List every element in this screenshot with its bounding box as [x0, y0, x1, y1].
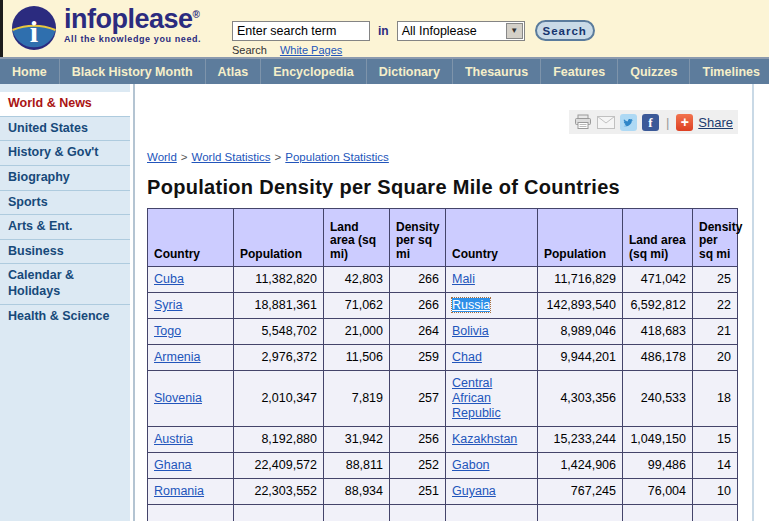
value-cell: 88,934	[324, 479, 390, 505]
value-cell: 471,042	[623, 267, 693, 293]
email-icon[interactable]	[597, 116, 615, 129]
country-cell: Armenia	[148, 345, 234, 371]
value-cell: 4,303,356	[538, 371, 623, 427]
country-link-syria[interactable]: Syria	[154, 298, 182, 312]
country-link-gabon[interactable]: Gabon	[452, 458, 490, 472]
value-cell: 42,803	[324, 267, 390, 293]
country-link-armenia[interactable]: Armenia	[154, 350, 201, 364]
sidebar-item-united-states[interactable]: United States	[0, 117, 130, 142]
country-link-togo[interactable]: Togo	[154, 324, 181, 338]
value-cell: 266	[390, 267, 446, 293]
country-link-chad[interactable]: Chad	[452, 350, 482, 364]
country-link-cuba[interactable]: Cuba	[154, 272, 184, 286]
search-input[interactable]	[232, 21, 370, 41]
table-header-row: CountryPopulationLand area (sq mi)Densit…	[148, 209, 738, 267]
country-cell: Mali	[446, 267, 538, 293]
country-cell: Romania	[148, 479, 234, 505]
value-cell: 15,233,244	[538, 427, 623, 453]
country-cell: Togo	[148, 319, 234, 345]
value-cell: 7,819	[324, 371, 390, 427]
nav-item-black-history-month[interactable]: Black History Month	[60, 59, 206, 84]
country-cell: Gabon	[446, 453, 538, 479]
breadcrumb-link-world[interactable]: World	[147, 151, 177, 163]
value-cell: 486,178	[623, 345, 693, 371]
country-link-ghana[interactable]: Ghana	[154, 458, 192, 472]
right-rail	[752, 84, 769, 521]
country-cell	[446, 505, 538, 521]
country-link-austria[interactable]: Austria	[154, 432, 193, 446]
value-cell: 21,000	[324, 319, 390, 345]
sidebar-item-sports[interactable]: Sports	[0, 191, 130, 216]
value-cell: 8,989,046	[538, 319, 623, 345]
value-cell: 142,893,540	[538, 293, 623, 319]
nav-item-thesaurus[interactable]: Thesaurus	[453, 59, 541, 84]
sidebar-item-business[interactable]: Business	[0, 240, 130, 265]
value-cell: 1,424,906	[538, 453, 623, 479]
nav-item-home[interactable]: Home	[0, 59, 60, 84]
brand-name: infoplease®	[64, 5, 201, 33]
page-title: Population Density per Square Mile of Co…	[147, 176, 738, 199]
value-cell: 22,409,572	[234, 453, 324, 479]
sidebar-item-history-gov-t[interactable]: History & Gov't	[0, 141, 130, 166]
sidebar-item-biography[interactable]: Biography	[0, 166, 130, 191]
value-cell: 11,716,829	[538, 267, 623, 293]
nav-item-atlas[interactable]: Atlas	[206, 59, 262, 84]
white-pages-link[interactable]: White Pages	[280, 44, 342, 56]
value-cell: 8,192,880	[234, 427, 324, 453]
value-cell: 10	[693, 479, 738, 505]
value-cell	[234, 505, 324, 521]
logo-link[interactable]: i infoplease® All the knowledge you need…	[11, 5, 201, 51]
search-button[interactable]: Search	[535, 20, 595, 41]
sidebar-item-calendar-holidays[interactable]: Calendar & Holidays	[0, 264, 130, 304]
value-cell: 418,683	[623, 319, 693, 345]
share-link[interactable]: Share	[698, 115, 733, 130]
svg-text:i: i	[30, 15, 38, 48]
share-separator: |	[666, 115, 669, 130]
value-cell: 21	[693, 319, 738, 345]
value-cell	[324, 505, 390, 521]
value-cell	[390, 505, 446, 521]
facebook-icon[interactable]: f	[642, 114, 659, 131]
value-cell: 9,944,201	[538, 345, 623, 371]
search-secondary-label: Search	[232, 44, 267, 56]
breadcrumb-link-world-statistics[interactable]: World Statistics	[192, 151, 271, 163]
nav-item-timelines[interactable]: Timelines	[690, 59, 769, 84]
site-header: i infoplease® All the knowledge you need…	[0, 0, 769, 57]
country-link-russia[interactable]: Russia	[452, 298, 490, 312]
nav-item-encyclopedia[interactable]: Encyclopedia	[261, 59, 367, 84]
country-link-slovenia[interactable]: Slovenia	[154, 391, 202, 405]
sidebar-item-health-science[interactable]: Health & Science	[0, 305, 130, 329]
value-cell: 11,382,820	[234, 267, 324, 293]
search-scope-select[interactable]: All Infoplease ▼	[397, 21, 525, 41]
country-link-romania[interactable]: Romania	[154, 484, 204, 498]
breadcrumb-separator: >	[275, 151, 282, 163]
search-scope-value: All Infoplease	[398, 24, 506, 38]
value-cell: 259	[390, 345, 446, 371]
nav-item-dictionary[interactable]: Dictionary	[367, 59, 453, 84]
nav-item-features[interactable]: Features	[541, 59, 618, 84]
sidebar-item-world-news[interactable]: World & News	[0, 92, 130, 117]
column-header-density-per-sq-mi: Density per sq mi	[693, 209, 738, 267]
country-link-central-african-republic[interactable]: Central African Republic	[452, 376, 501, 420]
print-icon[interactable]	[574, 114, 592, 130]
nav-item-quizzes[interactable]: Quizzes	[618, 59, 690, 84]
country-cell: Slovenia	[148, 371, 234, 427]
sidebar-item-arts-ent[interactable]: Arts & Ent.	[0, 215, 130, 240]
column-header-population: Population	[234, 209, 324, 267]
twitter-icon[interactable]	[620, 114, 637, 131]
country-link-mali[interactable]: Mali	[452, 272, 475, 286]
value-cell	[623, 505, 693, 521]
page: i infoplease® All the knowledge you need…	[0, 0, 769, 521]
value-cell: 264	[390, 319, 446, 345]
country-link-kazakhstan[interactable]: Kazakhstan	[452, 432, 517, 446]
column-header-country: Country	[446, 209, 538, 267]
breadcrumb-link-population-statistics[interactable]: Population Statistics	[285, 151, 389, 163]
table-row: Austria8,192,88031,942256Kazakhstan15,23…	[148, 427, 738, 453]
country-link-guyana[interactable]: Guyana	[452, 484, 496, 498]
value-cell: 2,010,347	[234, 371, 324, 427]
chevron-down-icon[interactable]: ▼	[506, 23, 523, 39]
country-link-bolivia[interactable]: Bolivia	[452, 324, 489, 338]
value-cell: 22	[693, 293, 738, 319]
share-plus-icon[interactable]: +	[676, 114, 693, 131]
country-cell	[148, 505, 234, 521]
